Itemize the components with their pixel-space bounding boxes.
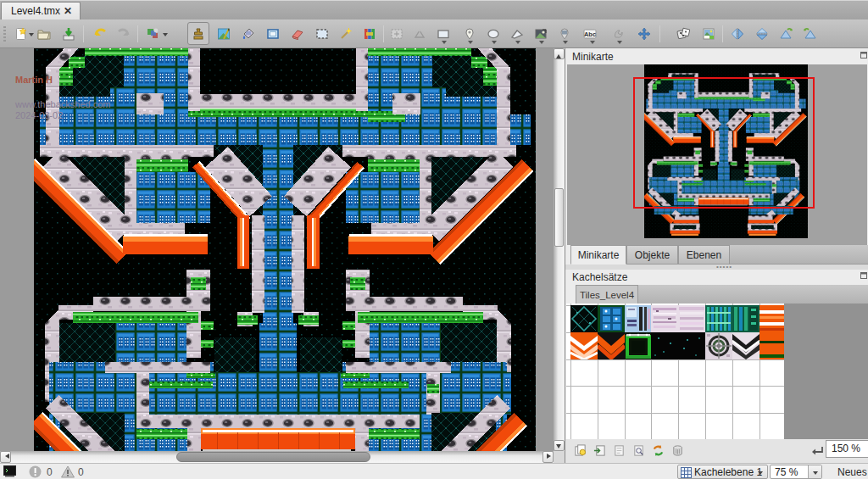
svg-text:Abc: Abc	[584, 31, 596, 38]
